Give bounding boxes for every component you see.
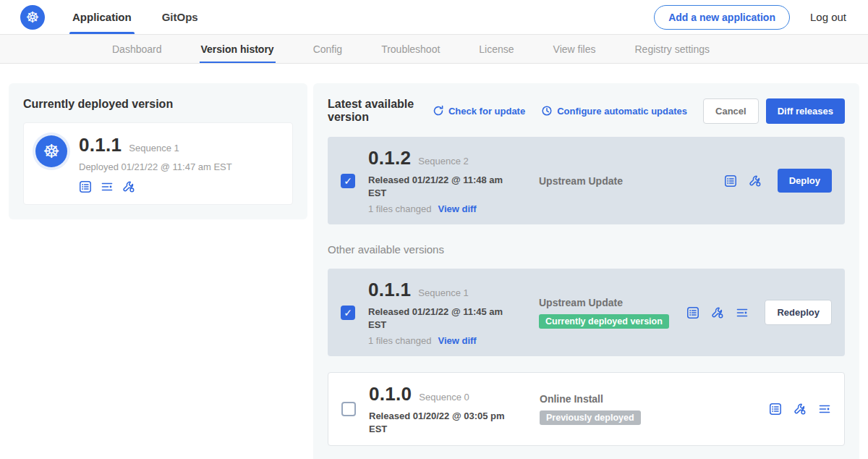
version-checkbox[interactable] bbox=[341, 402, 356, 416]
deployed-version-line: 0.1.1 Sequence 1 bbox=[79, 134, 232, 156]
version-row-0-1-2: 0.1.2 Sequence 2 Released 01/21/22 @ 11:… bbox=[328, 137, 845, 224]
version-source-col: Online Install Previously deployed bbox=[519, 393, 769, 425]
version-number: 0.1.2 bbox=[368, 147, 411, 169]
subnav-tab-troubleshoot[interactable]: Troubleshoot bbox=[362, 35, 459, 63]
config-icon[interactable] bbox=[793, 403, 807, 416]
sequence-label: Sequence 1 bbox=[418, 287, 468, 298]
subnav-tab-version-history[interactable]: Version history bbox=[182, 35, 294, 63]
check-for-update-label: Check for update bbox=[448, 106, 525, 117]
deployed-sequence-label: Sequence 1 bbox=[129, 143, 179, 153]
nav-tab-application[interactable]: Application bbox=[72, 0, 132, 34]
release-notes-icon[interactable] bbox=[724, 174, 737, 188]
release-notes-icon[interactable] bbox=[79, 180, 92, 193]
version-number: 0.1.0 bbox=[369, 383, 412, 405]
diff-releases-button[interactable]: Diff releases bbox=[766, 98, 845, 124]
helm-wheel-icon: ☸ bbox=[26, 9, 40, 26]
version-info: 0.1.1 Sequence 1 Released 01/21/22 @ 11:… bbox=[368, 279, 519, 346]
deployed-icon-row bbox=[79, 180, 232, 193]
primary-nav: Application GitOps bbox=[72, 0, 229, 34]
sequence-label: Sequence 0 bbox=[419, 392, 469, 403]
version-source-col: Upstream Update bbox=[519, 175, 724, 187]
logout-link[interactable]: Log out bbox=[810, 11, 846, 23]
currently-deployed-panel: Currently deployed version ☸ 0.1.1 Seque… bbox=[9, 83, 307, 219]
top-navbar: ☸ Application GitOps Add a new applicati… bbox=[0, 0, 868, 35]
released-timestamp: Released 01/21/22 @ 11:48 am EST bbox=[368, 174, 519, 199]
previously-deployed-badge: Previously deployed bbox=[540, 410, 641, 425]
version-info: 0.1.2 Sequence 2 Released 01/21/22 @ 11:… bbox=[368, 147, 519, 214]
app-icon: ☸ bbox=[35, 135, 67, 167]
deploy-logs-icon[interactable] bbox=[736, 306, 749, 319]
subnav-tab-view-files[interactable]: View files bbox=[534, 35, 616, 63]
currently-deployed-title: Currently deployed version bbox=[23, 98, 293, 111]
version-actions: Deploy bbox=[724, 169, 832, 193]
latest-version-title: Latest available version bbox=[328, 98, 418, 124]
cancel-button[interactable]: Cancel bbox=[703, 98, 759, 124]
config-icon[interactable] bbox=[749, 174, 762, 188]
topnav-right: Add a new application Log out bbox=[654, 5, 846, 30]
header-actions: Cancel Diff releases bbox=[703, 98, 845, 124]
subnav-tab-registry-settings[interactable]: Registry settings bbox=[615, 35, 728, 63]
version-row-0-1-0: 0.1.0 Sequence 0 Released 01/20/22 @ 03:… bbox=[328, 372, 845, 446]
view-diff-link[interactable]: View diff bbox=[438, 335, 476, 346]
view-diff-link[interactable]: View diff bbox=[438, 203, 476, 214]
version-number: 0.1.1 bbox=[368, 279, 411, 301]
configure-automatic-updates-link[interactable]: Configure automatic updates bbox=[541, 105, 687, 117]
release-notes-icon[interactable] bbox=[686, 306, 699, 319]
deploy-logs-icon[interactable] bbox=[818, 403, 831, 416]
version-checkbox[interactable] bbox=[341, 174, 355, 188]
version-actions bbox=[769, 403, 831, 416]
add-new-application-button[interactable]: Add a new application bbox=[654, 5, 790, 30]
version-actions: Redeploy bbox=[686, 300, 832, 325]
other-versions-title: Other available versions bbox=[328, 243, 845, 256]
deployed-timestamp: Deployed 01/21/22 @ 11:47 am EST bbox=[79, 161, 232, 172]
deployed-version-card: ☸ 0.1.1 Sequence 1 Deployed 01/21/22 @ 1… bbox=[23, 122, 293, 205]
released-timestamp: Released 01/20/22 @ 03:05 pm EST bbox=[369, 410, 519, 435]
check-for-update-link[interactable]: Check for update bbox=[433, 105, 525, 117]
release-notes-icon[interactable] bbox=[769, 403, 782, 416]
files-changed-label: 1 files changed bbox=[368, 335, 431, 346]
version-checkbox[interactable] bbox=[341, 306, 355, 320]
subnav-tab-dashboard[interactable]: Dashboard bbox=[93, 35, 182, 63]
subnav-tab-license[interactable]: License bbox=[459, 35, 533, 63]
version-row-0-1-1: 0.1.1 Sequence 1 Released 01/21/22 @ 11:… bbox=[328, 269, 845, 356]
currently-deployed-badge: Currently deployed version bbox=[539, 314, 669, 329]
version-source: Online Install bbox=[540, 393, 769, 405]
version-source: Upstream Update bbox=[539, 175, 724, 187]
subnav-tab-config[interactable]: Config bbox=[294, 35, 362, 63]
deployed-version-number: 0.1.1 bbox=[79, 134, 122, 156]
config-icon[interactable] bbox=[711, 306, 724, 319]
kubernetes-logo: ☸ bbox=[20, 5, 45, 30]
nav-tab-gitops[interactable]: GitOps bbox=[162, 0, 198, 34]
config-icon[interactable] bbox=[122, 180, 135, 193]
redeploy-button[interactable]: Redeploy bbox=[765, 300, 832, 325]
deploy-logs-icon[interactable] bbox=[101, 180, 114, 193]
version-source-col: Upstream Update Currently deployed versi… bbox=[519, 297, 686, 329]
configure-automatic-updates-label: Configure automatic updates bbox=[557, 106, 687, 117]
version-info: 0.1.0 Sequence 0 Released 01/20/22 @ 03:… bbox=[369, 383, 519, 435]
schedule-clock-icon bbox=[541, 105, 553, 117]
app-subnav: Dashboard Version history Config Trouble… bbox=[0, 35, 868, 64]
refresh-icon bbox=[433, 105, 444, 117]
version-history-panel: Latest available version Check for updat… bbox=[313, 83, 859, 459]
helm-wheel-icon: ☸ bbox=[43, 140, 59, 163]
files-changed-label: 1 files changed bbox=[368, 203, 431, 214]
sequence-label: Sequence 2 bbox=[418, 156, 468, 167]
latest-version-header: Latest available version Check for updat… bbox=[328, 98, 845, 124]
released-timestamp: Released 01/21/22 @ 11:45 am EST bbox=[368, 306, 519, 331]
deploy-button[interactable]: Deploy bbox=[778, 169, 832, 193]
deployed-card-body: 0.1.1 Sequence 1 Deployed 01/21/22 @ 11:… bbox=[79, 134, 232, 193]
main-content: Currently deployed version ☸ 0.1.1 Seque… bbox=[0, 64, 868, 459]
version-source: Upstream Update bbox=[539, 297, 686, 308]
